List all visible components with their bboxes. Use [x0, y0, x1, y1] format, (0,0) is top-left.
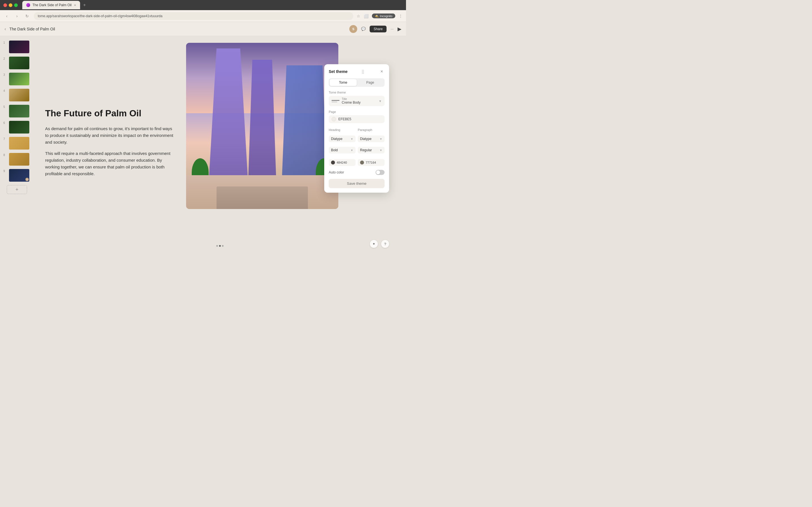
back-button[interactable]: ‹: [3, 13, 10, 19]
title-line: [332, 100, 340, 101]
slide-thumbnail-7: [9, 137, 29, 150]
paragraph-weight-value: Regular: [360, 148, 372, 152]
traffic-lights: [3, 3, 18, 7]
close-window-button[interactable]: [3, 3, 7, 7]
slide-thumbnail-5: [9, 105, 29, 117]
page-color-swatch: [332, 117, 336, 121]
address-actions: ☆ ⬜ 🕵 Incognito ⋮: [357, 13, 403, 18]
paragraph-color-swatch: [360, 161, 364, 165]
slide-number-6: 6: [3, 121, 7, 124]
page-color-hex: EFEBE5: [338, 117, 382, 121]
save-theme-button[interactable]: Save theme: [329, 179, 385, 188]
tome-theme-label: Tome theme: [329, 91, 385, 94]
heading-weight-chevron-icon: ▼: [350, 149, 353, 152]
minimize-window-button[interactable]: [9, 3, 12, 7]
page-color-row[interactable]: EFEBE5: [329, 115, 385, 123]
slide-thumbnail-2: [9, 57, 29, 69]
forward-button[interactable]: ›: [13, 13, 20, 19]
tab-favicon: [26, 3, 30, 7]
url-input[interactable]: tome.app/sarahsworkspace/the-dark-side-o…: [34, 12, 353, 20]
page-indicator: [216, 245, 223, 247]
slide-item-5[interactable]: 5: [2, 104, 32, 119]
active-tab[interactable]: The Dark Side of Palm Oil ✕: [22, 1, 80, 9]
font-select-row: Diatype ▼ Diatype ▼: [329, 134, 385, 145]
slide-item-1[interactable]: 1: [2, 40, 32, 54]
dialog-title: Set theme: [329, 69, 348, 74]
slide-number-3: 3: [3, 73, 7, 76]
drag-handle-icon[interactable]: ⣿: [361, 69, 365, 74]
road: [216, 186, 308, 209]
heading-color-item[interactable]: 484240: [329, 159, 356, 166]
auto-color-toggle[interactable]: [375, 170, 385, 175]
slide-thumbnail-3: [9, 73, 29, 86]
slide-thumbnail-8: [9, 153, 29, 166]
tower-mid: [248, 60, 276, 184]
theme-dialog: Set theme ⣿ × Tome Page Tome theme: [324, 64, 389, 193]
paragraph-weight-dropdown[interactable]: Regular ▼: [358, 147, 385, 154]
refresh-button[interactable]: ↻: [24, 13, 31, 19]
tab-tome-label: Tome: [339, 80, 347, 84]
heading-font-chevron-icon: ▼: [350, 137, 353, 140]
heading-weight-dropdown[interactable]: Bold ▼: [329, 147, 356, 154]
theme-preview-icon: [332, 100, 340, 102]
comments-icon[interactable]: 💬: [361, 27, 366, 31]
slide-image-panel: [186, 43, 338, 209]
address-bar: ‹ › ↻ tome.app/sarahsworkspace/the-dark-…: [0, 10, 406, 22]
back-button[interactable]: ‹: [4, 26, 6, 32]
tab-page-label: Page: [366, 80, 374, 84]
slide-number-4: 4: [3, 89, 7, 93]
more-options-button[interactable]: ···: [391, 27, 394, 31]
dialog-close-button[interactable]: ×: [379, 69, 385, 74]
slide-item-8[interactable]: 8: [2, 152, 32, 167]
heading-font-dropdown[interactable]: Diatype ▼: [329, 135, 356, 142]
maximize-window-button[interactable]: [14, 3, 18, 7]
slide-paragraph-1: As demand for palm oil continues to grow…: [45, 125, 175, 146]
tab-bar: The Dark Side of Palm Oil ✕ +: [22, 1, 403, 9]
tab-close-button[interactable]: ✕: [74, 4, 76, 7]
play-button[interactable]: ▶: [398, 26, 402, 32]
main-layout: 1 2 3 4 5 6 7 8: [0, 36, 406, 253]
slide-item-4[interactable]: 4: [2, 88, 32, 103]
slide-number-5: 5: [3, 105, 7, 108]
slide-paragraph-2: This will require a multi-faceted approa…: [45, 150, 175, 177]
expand-button[interactable]: ✦: [370, 240, 378, 248]
slide-thumbnail-1: [9, 41, 29, 53]
user-avatar[interactable]: S: [349, 25, 357, 33]
slide-number-1: 1: [3, 41, 7, 44]
heading-col: Heading: [329, 127, 356, 132]
tab-tome[interactable]: Tome: [329, 79, 357, 86]
toolbar-right: S 💬 Share ··· ▶: [349, 25, 402, 33]
incognito-label: Incognito: [380, 14, 393, 18]
slide-item-2[interactable]: 2: [2, 55, 32, 70]
cast-icon[interactable]: ⬜: [364, 14, 368, 18]
slide-number-7: 7: [3, 137, 7, 140]
slide-item-6[interactable]: 6: [2, 120, 32, 135]
slide-thumbnail-6: [9, 121, 29, 133]
url-text: tome.app/sarahsworkspace/the-dark-side-o…: [38, 14, 162, 18]
title-label: Title: [342, 98, 376, 101]
city-illustration: [186, 43, 338, 209]
font-columns: Heading Paragraph: [329, 127, 385, 132]
more-options-icon[interactable]: ⋮: [399, 14, 403, 18]
bookmark-icon[interactable]: ☆: [357, 14, 360, 18]
new-tab-button[interactable]: +: [81, 2, 88, 8]
slide-item-7[interactable]: 7: [2, 136, 32, 151]
paragraph-color-item[interactable]: 777164: [358, 159, 385, 166]
color-row: 484240 777164: [329, 159, 385, 166]
heading-color-value: 484240: [337, 161, 347, 164]
tab-title: The Dark Side of Palm Oil: [33, 3, 71, 7]
add-slide-button[interactable]: +: [7, 185, 27, 194]
auto-color-label: Auto color: [329, 170, 344, 174]
share-button[interactable]: Share: [370, 25, 387, 33]
theme-select-dropdown[interactable]: Title Creme Body ▼: [329, 96, 385, 106]
theme-dropdown-chevron-icon: ▼: [378, 100, 382, 103]
paragraph-font-chevron-icon: ▼: [379, 137, 382, 140]
body-label: Creme Body: [342, 101, 376, 105]
slide-item-3[interactable]: 3: [2, 71, 32, 87]
help-button[interactable]: ?: [381, 240, 389, 248]
page-dot-1: [216, 245, 218, 247]
incognito-badge: 🕵 Incognito: [372, 13, 395, 18]
slide-item-9[interactable]: 9 S: [2, 168, 32, 183]
paragraph-font-dropdown[interactable]: Diatype ▼: [358, 135, 385, 142]
tab-page[interactable]: Page: [357, 79, 384, 86]
